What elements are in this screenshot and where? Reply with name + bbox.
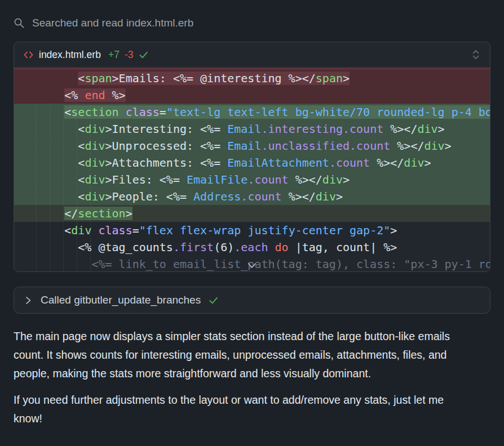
- code-line: <span>Emails: <%= @interesting %></span>: [14, 70, 490, 87]
- assistant-message-paragraph: The main page now displays a simpler sta…: [14, 327, 465, 383]
- diff-code-block: <span>Emails: <%= @interesting %></span>…: [14, 67, 490, 271]
- code-line: <section class="text-lg text-left bg-whi…: [14, 104, 490, 121]
- check-icon: [138, 50, 149, 60]
- tool-status-row: Searched and read index.html.erb: [14, 16, 490, 30]
- chevron-right-icon: [24, 295, 33, 306]
- chevron-down-icon[interactable]: [247, 262, 257, 269]
- tool-call-label: Called gitbutler_update_branches: [41, 294, 201, 306]
- diff-card-header[interactable]: index.html.erb +7 -3: [14, 42, 490, 67]
- tool-status-text: Searched and read index.html.erb: [32, 17, 193, 29]
- unfold-vertical-icon[interactable]: [471, 48, 481, 61]
- code-line: </section>: [14, 205, 490, 222]
- assistant-message-paragraph: If you need further adjustments to the l…: [14, 391, 465, 428]
- additions-count: +7: [108, 49, 120, 61]
- file-name: index.html.erb: [39, 49, 101, 61]
- tool-call-row[interactable]: Called gitbutler_update_branches: [14, 287, 490, 314]
- code-line: <div>Interesting: <%= Email.interesting.…: [14, 121, 490, 137]
- code-line: <div>Unprocessed: <%= Email.unclassified…: [14, 137, 490, 154]
- deletions-count: -3: [125, 49, 134, 61]
- code-line: <div class="flex flex-wrap justify-cente…: [14, 222, 490, 239]
- code-line: <div>Attachments: <%= EmailAttachment.co…: [14, 154, 490, 171]
- diff-card: index.html.erb +7 -3 <span>Emails: <%= @…: [14, 42, 490, 272]
- code-line: <% end %>: [14, 87, 490, 104]
- code-line: <div>Files: <%= EmailFile.count %></div>: [14, 171, 490, 188]
- check-icon: [208, 295, 219, 306]
- code-line: <% @tag_counts.first(6).each do |tag, co…: [14, 239, 490, 256]
- chat-panel: Searched and read index.html.erb index.h…: [14, 16, 490, 428]
- code-line: <div>People: <%= Address.count %></div>: [14, 188, 490, 205]
- code-icon: [23, 50, 34, 60]
- search-icon: [14, 17, 25, 29]
